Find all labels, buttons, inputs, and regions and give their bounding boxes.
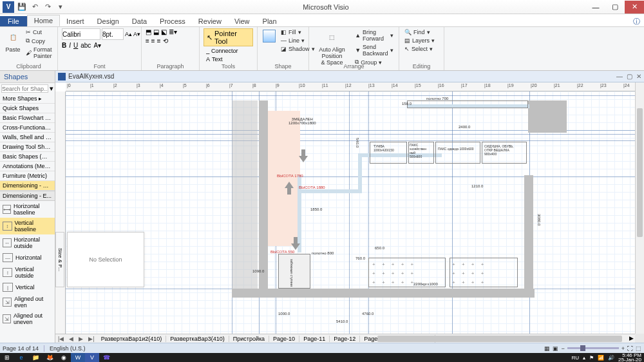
page-tab[interactable]: Пристройка	[229, 336, 269, 342]
stencil-item[interactable]: Drawing Tool Shapes ...	[0, 142, 55, 152]
send-backward-button[interactable]: ▼ Send Backward ▾	[354, 43, 395, 57]
tab-file[interactable]: File	[0, 16, 27, 26]
zoom-slider[interactable]	[567, 347, 619, 349]
scrollbar-thumb[interactable]	[637, 108, 643, 237]
tab-review[interactable]: Review	[192, 16, 228, 26]
status-lang[interactable]: English (U.S.)	[50, 345, 86, 352]
save-icon[interactable]: 💾	[17, 2, 27, 12]
cut-button[interactable]: ✂ Cut	[24, 28, 53, 36]
stencil-item[interactable]: Basic Shapes (Metric)	[0, 152, 55, 162]
search-shapes-input[interactable]	[1, 84, 48, 93]
strike-button[interactable]: abc	[80, 42, 91, 49]
minimize-button[interactable]: —	[586, 1, 605, 14]
format-painter-button[interactable]: 🖌 Format Painter	[24, 46, 53, 60]
tab-home[interactable]: Home	[27, 15, 60, 26]
start-button[interactable]: ⊞	[0, 353, 14, 362]
stencil-section[interactable]: Dimensioning - E...	[0, 191, 55, 201]
taskbar-firefox-icon[interactable]: 🦊	[43, 353, 57, 362]
undo-icon[interactable]: ↶	[30, 2, 40, 12]
page-nav-first[interactable]: |◀	[55, 336, 66, 342]
tab-process[interactable]: Process	[153, 16, 192, 26]
align-bot-icon[interactable]: ⬕	[161, 28, 167, 35]
doc-close-icon[interactable]: ✕	[636, 73, 641, 80]
quick-styles-button[interactable]	[261, 28, 277, 44]
tray-lang[interactable]: RU	[571, 355, 579, 361]
font-size-input[interactable]	[102, 28, 124, 40]
align-mid-icon[interactable]: ⬓	[153, 28, 159, 35]
pointer-tool-button[interactable]: ↖ Pointer Tool	[204, 28, 253, 46]
doc-minimize-icon[interactable]: —	[616, 73, 623, 80]
tab-view[interactable]: View	[228, 16, 256, 26]
taskbar-viber-icon[interactable]: ☎	[99, 353, 113, 362]
align-top-icon[interactable]: ⬒	[146, 28, 151, 35]
page-tab[interactable]: РазверткаВар3(410)	[166, 336, 229, 342]
stencil-item[interactable]: Basic Flowchart Shap...	[0, 113, 55, 123]
grow-font-icon[interactable]: A▴	[125, 31, 132, 37]
align-right-icon[interactable]: ≡	[157, 37, 161, 44]
bullets-icon[interactable]: ≣▾	[169, 28, 177, 35]
taskbar-visio-icon[interactable]: V	[85, 353, 99, 362]
horizontal-scrollbar[interactable]: ◀ ▶	[435, 335, 635, 343]
close-button[interactable]: ✕	[625, 1, 644, 14]
fit-page-icon[interactable]: ⛶	[627, 345, 633, 352]
redo-icon[interactable]: ↷	[43, 2, 53, 12]
taskbar-chrome-icon[interactable]: ◉	[57, 353, 71, 362]
autoalign-button[interactable]: ⬚Auto Align Position & Space	[313, 28, 351, 67]
page-tab[interactable]: Page-12	[330, 336, 360, 342]
shape-item[interactable]: |Vertical	[0, 281, 55, 294]
ribbon-help-icon[interactable]: ⓘ	[629, 17, 644, 26]
taskbar-ie-icon[interactable]: e	[14, 353, 28, 362]
find-button[interactable]: 🔍 Find ▾	[403, 28, 436, 36]
italic-button[interactable]: I	[69, 42, 71, 49]
page-nav-last[interactable]: ▶|	[86, 336, 97, 342]
select-button[interactable]: ↖ Select ▾	[403, 45, 436, 53]
search-dropdown-icon[interactable]: ▾	[50, 84, 53, 93]
text-button[interactable]: A Text	[204, 55, 225, 63]
drawing-surface[interactable]: + + + + ++ + + + ++ + + + + + + + ++ + +…	[66, 91, 635, 334]
tab-design[interactable]: Design	[91, 16, 126, 26]
stencil-item[interactable]: Walls, Shell and Struc...	[0, 133, 55, 142]
maximize-button[interactable]: ▢	[605, 1, 625, 14]
zoom-in-icon[interactable]: +	[621, 345, 625, 352]
scrollbar-thumb[interactable]	[377, 336, 622, 342]
stencil-item[interactable]: Annotations (Metric)	[0, 162, 55, 171]
align-left-icon[interactable]: ≡	[146, 37, 149, 44]
tray-up-icon[interactable]: ▴	[583, 355, 585, 361]
tab-plan[interactable]: Plan	[256, 16, 283, 26]
tray-network-icon[interactable]: 📶	[598, 355, 604, 361]
tray-sound-icon[interactable]: 🔊	[608, 355, 614, 361]
shape-item[interactable]: ⇲Aligned out uneven	[0, 310, 55, 327]
bold-button[interactable]: B	[62, 42, 66, 49]
align-center-icon[interactable]: ≡	[151, 37, 155, 44]
tray-date[interactable]: 25-Jan-20	[618, 357, 641, 362]
tab-insert[interactable]: Insert	[60, 16, 91, 26]
zoom-out-icon[interactable]: −	[561, 345, 564, 352]
stencil-item[interactable]: Cross-Functional Flow...	[0, 123, 55, 133]
tray-flag-icon[interactable]: ⚑	[589, 355, 594, 361]
hscroll-right-icon[interactable]: ▶	[629, 335, 634, 341]
shape-item[interactable]: ↕Vertical outside	[0, 264, 55, 281]
taskbar-explorer-icon[interactable]: 📁	[28, 353, 43, 362]
taskbar-word-icon[interactable]: W	[71, 353, 85, 362]
shape-item-selected[interactable]: ↕Vertical baseline	[0, 218, 55, 234]
page-tab[interactable]: Page-10	[269, 336, 299, 342]
page-nav-next[interactable]: ▶	[76, 336, 86, 342]
fit-width-icon[interactable]: ⬚	[636, 345, 641, 352]
size-position-tab[interactable]: Size & P...	[55, 232, 64, 287]
paste-button[interactable]: 📋Paste	[4, 28, 22, 54]
page-tab[interactable]: РазверткаВар1и2(410)	[97, 336, 167, 342]
font-color-button[interactable]: A▾	[93, 42, 101, 49]
page-tab[interactable]: Page-11	[299, 336, 330, 342]
page-nav-prev[interactable]: ◀	[66, 336, 76, 342]
copy-button[interactable]: ⧉ Copy	[24, 37, 53, 45]
stencil-item[interactable]: Quick Shapes	[0, 104, 55, 113]
stencil-item-active[interactable]: Dimensioning - Engin...	[0, 181, 55, 191]
shrink-font-icon[interactable]: A▾	[133, 31, 140, 37]
qat-dropdown-icon[interactable]: ▾	[55, 2, 66, 12]
shape-item[interactable]: ⇲Aligned out even	[0, 294, 55, 310]
doc-restore-icon[interactable]: ▢	[627, 73, 632, 80]
stencil-item[interactable]: Furniture (Metric)	[0, 171, 55, 181]
more-shapes-button[interactable]: More Shapes ▸	[0, 94, 55, 104]
shape-item[interactable]: —Horizontal	[0, 251, 55, 264]
shape-item[interactable]: ⟷Horizontal baseline	[0, 201, 55, 218]
